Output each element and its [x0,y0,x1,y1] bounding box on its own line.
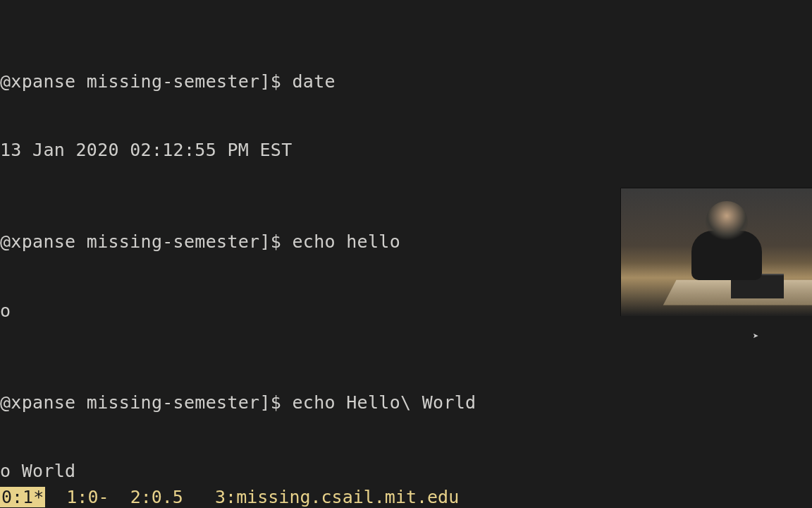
prompt: @xpanse missing-semester]$ [0,231,292,252]
video-person-head [706,201,748,243]
output-echo-hello-world: o World [0,460,812,483]
command-date: date [292,71,335,92]
prompt: @xpanse missing-semester]$ [0,392,292,413]
command-echo-hello-world: echo Hello\ World [292,392,476,413]
output-date: 13 Jan 2020 02:12:55 PM EST [0,139,812,162]
command-echo-hello: echo hello [292,231,400,252]
prompt: @xpanse missing-semester]$ [0,71,292,92]
tmux-window-active[interactable]: 0:1* [0,487,45,507]
tmux-statusbar: 0:1* 1:0- 2:0.5 3:missing.csail.mit.edu [0,487,812,508]
tmux-windows-rest[interactable]: 1:0- 2:0.5 3:missing.csail.mit.edu [45,487,459,507]
video-thumbnail-overlay [620,188,812,316]
